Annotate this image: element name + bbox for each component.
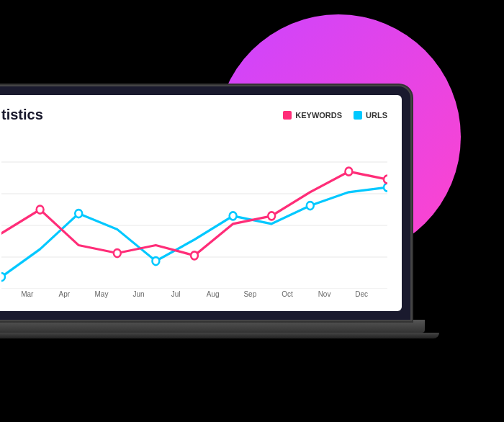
laptop-device: tistics KEYWORDS URLS: [0, 86, 468, 338]
svg-point-15: [345, 168, 352, 176]
svg-point-5: [1, 273, 5, 281]
x-label-sep: Sep: [232, 290, 269, 298]
laptop-screen: tistics KEYWORDS URLS: [0, 95, 402, 311]
svg-point-6: [75, 210, 82, 217]
x-label-aug: Aug: [194, 290, 232, 298]
x-label-jul: Jul: [157, 290, 194, 298]
urls-label: URLS: [366, 111, 387, 120]
keywords-label: KEYWORDS: [295, 111, 342, 120]
svg-point-8: [230, 212, 237, 220]
laptop-foot: [0, 333, 439, 338]
laptop-screen-outer: tistics KEYWORDS URLS: [0, 86, 410, 320]
x-label-apr: Apr: [46, 290, 84, 298]
svg-point-9: [307, 202, 314, 210]
laptop-base: [0, 320, 425, 333]
chart-header: tistics KEYWORDS URLS: [1, 107, 387, 123]
x-label-nov: Nov: [306, 290, 343, 298]
keywords-dot: [283, 111, 292, 120]
legend-urls: URLS: [354, 111, 387, 120]
svg-point-10: [384, 184, 387, 192]
svg-point-12: [114, 249, 121, 257]
svg-point-13: [191, 251, 198, 259]
urls-dot: [354, 111, 362, 120]
x-label-dec: Dec: [343, 290, 380, 298]
x-axis: Mar Apr May Jun Jul Aug Sep Oct Nov Dec: [1, 290, 387, 298]
x-label-jun: Jun: [120, 290, 158, 298]
x-label-oct: Oct: [269, 290, 306, 298]
line-chart: [1, 130, 387, 289]
chart-area: tistics KEYWORDS URLS: [0, 95, 402, 311]
svg-point-11: [37, 206, 44, 214]
svg-point-16: [384, 176, 387, 184]
svg-point-7: [152, 257, 159, 265]
legend-keywords: KEYWORDS: [283, 111, 342, 120]
svg-point-14: [268, 212, 275, 220]
chart-title: tistics: [1, 107, 43, 123]
x-label-mar: Mar: [9, 290, 46, 298]
chart-legend: KEYWORDS URLS: [283, 111, 387, 120]
x-label-may: May: [83, 290, 120, 298]
